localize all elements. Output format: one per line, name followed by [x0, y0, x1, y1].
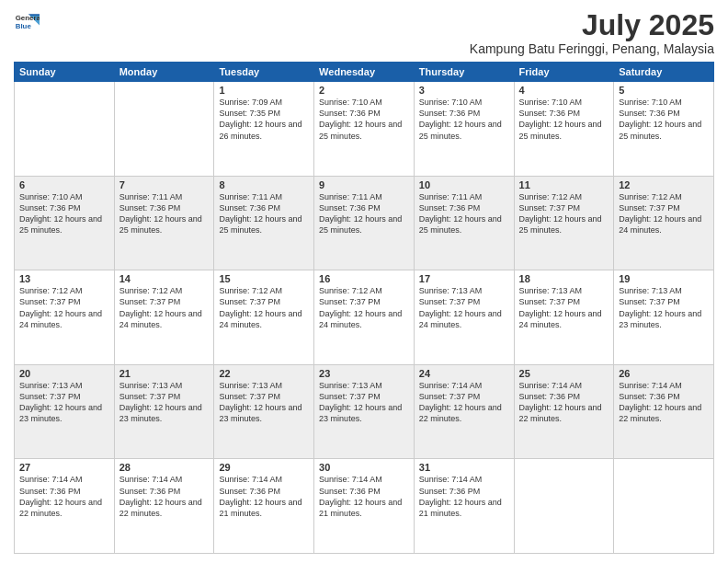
day-number: 31 — [419, 462, 509, 473]
table-row: 29Sunrise: 7:14 AM Sunset: 7:36 PM Dayli… — [214, 459, 314, 554]
day-number: 23 — [319, 368, 409, 379]
day-number: 2 — [319, 85, 409, 96]
day-info: Sunrise: 7:10 AM Sunset: 7:36 PM Dayligh… — [419, 97, 509, 142]
calendar-week-row: 6Sunrise: 7:10 AM Sunset: 7:36 PM Daylig… — [15, 176, 714, 270]
calendar-week-row: 27Sunrise: 7:14 AM Sunset: 7:36 PM Dayli… — [15, 459, 714, 554]
table-row: 7Sunrise: 7:11 AM Sunset: 7:36 PM Daylig… — [114, 176, 214, 270]
day-number: 24 — [419, 368, 509, 379]
table-row: 9Sunrise: 7:11 AM Sunset: 7:36 PM Daylig… — [314, 176, 415, 270]
table-row: 11Sunrise: 7:12 AM Sunset: 7:37 PM Dayli… — [514, 176, 614, 270]
day-number: 11 — [519, 179, 609, 190]
calendar-week-row: 20Sunrise: 7:13 AM Sunset: 7:37 PM Dayli… — [15, 364, 714, 459]
col-tuesday: Tuesday — [214, 63, 314, 82]
day-number: 12 — [619, 179, 709, 190]
day-info: Sunrise: 7:13 AM Sunset: 7:37 PM Dayligh… — [119, 380, 210, 425]
day-number: 6 — [19, 179, 109, 190]
day-info: Sunrise: 7:13 AM Sunset: 7:37 PM Dayligh… — [419, 285, 509, 330]
day-number: 28 — [119, 462, 210, 473]
day-info: Sunrise: 7:14 AM Sunset: 7:37 PM Dayligh… — [419, 380, 509, 425]
table-row: 5Sunrise: 7:10 AM Sunset: 7:36 PM Daylig… — [614, 82, 714, 177]
day-number: 16 — [319, 273, 409, 284]
col-sunday: Sunday — [15, 63, 115, 82]
day-number: 29 — [219, 462, 309, 473]
table-row: 19Sunrise: 7:13 AM Sunset: 7:37 PM Dayli… — [614, 270, 714, 365]
day-info: Sunrise: 7:11 AM Sunset: 7:36 PM Dayligh… — [319, 191, 409, 236]
day-info: Sunrise: 7:12 AM Sunset: 7:37 PM Dayligh… — [219, 285, 309, 330]
day-info: Sunrise: 7:14 AM Sunset: 7:36 PM Dayligh… — [419, 474, 509, 519]
day-number: 7 — [119, 179, 210, 190]
day-number: 20 — [19, 368, 109, 379]
day-info: Sunrise: 7:12 AM Sunset: 7:37 PM Dayligh… — [519, 191, 609, 236]
day-number: 25 — [519, 368, 609, 379]
day-number: 10 — [419, 179, 509, 190]
table-row: 30Sunrise: 7:14 AM Sunset: 7:36 PM Dayli… — [314, 459, 415, 554]
table-row: 18Sunrise: 7:13 AM Sunset: 7:37 PM Dayli… — [514, 270, 614, 365]
table-row: 15Sunrise: 7:12 AM Sunset: 7:37 PM Dayli… — [214, 270, 314, 365]
header: General Blue July 2025 Kampung Batu Feri… — [14, 9, 714, 56]
day-info: Sunrise: 7:12 AM Sunset: 7:37 PM Dayligh… — [619, 191, 709, 236]
table-row — [15, 82, 115, 177]
table-row — [514, 459, 614, 554]
day-info: Sunrise: 7:09 AM Sunset: 7:35 PM Dayligh… — [219, 97, 309, 142]
day-info: Sunrise: 7:13 AM Sunset: 7:37 PM Dayligh… — [19, 380, 109, 425]
day-info: Sunrise: 7:10 AM Sunset: 7:36 PM Dayligh… — [619, 97, 709, 142]
day-info: Sunrise: 7:11 AM Sunset: 7:36 PM Dayligh… — [119, 191, 210, 236]
table-row — [614, 459, 714, 554]
month-title: July 2025 — [470, 9, 714, 41]
col-monday: Monday — [114, 63, 214, 82]
day-number: 21 — [119, 368, 210, 379]
table-row: 8Sunrise: 7:11 AM Sunset: 7:36 PM Daylig… — [214, 176, 314, 270]
day-info: Sunrise: 7:11 AM Sunset: 7:36 PM Dayligh… — [219, 191, 309, 236]
day-number: 3 — [419, 85, 509, 96]
col-saturday: Saturday — [614, 63, 714, 82]
svg-text:Blue: Blue — [16, 22, 32, 30]
col-friday: Friday — [514, 63, 614, 82]
table-row: 10Sunrise: 7:11 AM Sunset: 7:36 PM Dayli… — [414, 176, 514, 270]
day-info: Sunrise: 7:14 AM Sunset: 7:36 PM Dayligh… — [119, 474, 210, 519]
table-row: 24Sunrise: 7:14 AM Sunset: 7:37 PM Dayli… — [414, 364, 514, 459]
day-info: Sunrise: 7:14 AM Sunset: 7:36 PM Dayligh… — [219, 474, 309, 519]
day-number: 26 — [619, 368, 709, 379]
col-thursday: Thursday — [414, 63, 514, 82]
day-number: 14 — [119, 273, 210, 284]
table-row — [114, 82, 214, 177]
day-info: Sunrise: 7:11 AM Sunset: 7:36 PM Dayligh… — [419, 191, 509, 236]
day-number: 18 — [519, 273, 609, 284]
title-block: July 2025 Kampung Batu Feringgi, Penang,… — [470, 9, 714, 56]
calendar-week-row: 1Sunrise: 7:09 AM Sunset: 7:35 PM Daylig… — [15, 82, 714, 177]
calendar-table: Sunday Monday Tuesday Wednesday Thursday… — [14, 62, 714, 554]
subtitle: Kampung Batu Feringgi, Penang, Malaysia — [470, 41, 714, 56]
table-row: 20Sunrise: 7:13 AM Sunset: 7:37 PM Dayli… — [15, 364, 115, 459]
table-row: 23Sunrise: 7:13 AM Sunset: 7:37 PM Dayli… — [314, 364, 415, 459]
day-info: Sunrise: 7:13 AM Sunset: 7:37 PM Dayligh… — [319, 380, 409, 425]
table-row: 17Sunrise: 7:13 AM Sunset: 7:37 PM Dayli… — [414, 270, 514, 365]
table-row: 21Sunrise: 7:13 AM Sunset: 7:37 PM Dayli… — [114, 364, 214, 459]
table-row: 22Sunrise: 7:13 AM Sunset: 7:37 PM Dayli… — [214, 364, 314, 459]
day-number: 4 — [519, 85, 609, 96]
table-row: 4Sunrise: 7:10 AM Sunset: 7:36 PM Daylig… — [514, 82, 614, 177]
table-row: 3Sunrise: 7:10 AM Sunset: 7:36 PM Daylig… — [414, 82, 514, 177]
logo-icon: General Blue — [14, 9, 40, 35]
day-number: 15 — [219, 273, 309, 284]
day-info: Sunrise: 7:13 AM Sunset: 7:37 PM Dayligh… — [619, 285, 709, 330]
table-row: 13Sunrise: 7:12 AM Sunset: 7:37 PM Dayli… — [15, 270, 115, 365]
table-row: 12Sunrise: 7:12 AM Sunset: 7:37 PM Dayli… — [614, 176, 714, 270]
table-row: 2Sunrise: 7:10 AM Sunset: 7:36 PM Daylig… — [314, 82, 415, 177]
day-number: 13 — [19, 273, 109, 284]
day-info: Sunrise: 7:14 AM Sunset: 7:36 PM Dayligh… — [19, 474, 109, 519]
table-row: 26Sunrise: 7:14 AM Sunset: 7:36 PM Dayli… — [614, 364, 714, 459]
table-row: 6Sunrise: 7:10 AM Sunset: 7:36 PM Daylig… — [15, 176, 115, 270]
table-row: 28Sunrise: 7:14 AM Sunset: 7:36 PM Dayli… — [114, 459, 214, 554]
table-row: 25Sunrise: 7:14 AM Sunset: 7:36 PM Dayli… — [514, 364, 614, 459]
page: General Blue July 2025 Kampung Batu Feri… — [0, 0, 728, 563]
day-info: Sunrise: 7:12 AM Sunset: 7:37 PM Dayligh… — [19, 285, 109, 330]
day-number: 27 — [19, 462, 109, 473]
day-info: Sunrise: 7:10 AM Sunset: 7:36 PM Dayligh… — [319, 97, 409, 142]
day-info: Sunrise: 7:14 AM Sunset: 7:36 PM Dayligh… — [619, 380, 709, 425]
svg-text:General: General — [16, 14, 40, 22]
logo: General Blue — [14, 9, 40, 35]
calendar-week-row: 13Sunrise: 7:12 AM Sunset: 7:37 PM Dayli… — [15, 270, 714, 365]
table-row: 14Sunrise: 7:12 AM Sunset: 7:37 PM Dayli… — [114, 270, 214, 365]
day-number: 8 — [219, 179, 309, 190]
col-wednesday: Wednesday — [314, 63, 415, 82]
